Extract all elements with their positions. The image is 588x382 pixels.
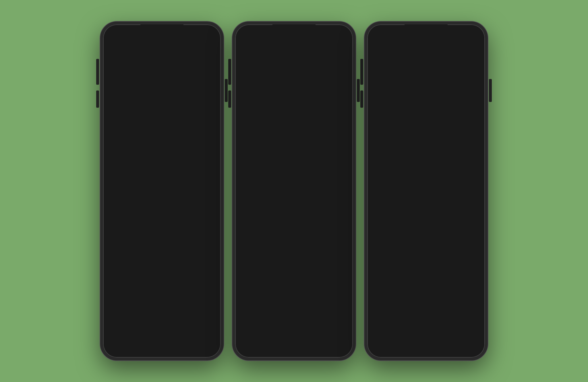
power-button bbox=[225, 79, 228, 102]
status-time-1: 9:41 bbox=[111, 31, 120, 36]
restore-stock-toggle[interactable] bbox=[326, 90, 341, 99]
app-subtitle-1: by Odyssey Team bbox=[142, 104, 183, 110]
settings-row-set-nonce[interactable]: Set Nonce bbox=[242, 103, 346, 117]
status-bar-3: 9:41 ▲ bbox=[367, 24, 485, 39]
jailbreak-button-1[interactable]: Jailbreak bbox=[126, 176, 198, 194]
page-dot-6 bbox=[244, 338, 247, 340]
phone1-main-content: Cheyote by Odyssey Team Jailbreak bbox=[103, 39, 221, 358]
custom-color-2-label: Custom Color 2 bbox=[247, 249, 281, 255]
checkmark-icon: ✓ bbox=[336, 171, 341, 177]
custom-color-2-row[interactable]: Custom Color 2 bbox=[242, 244, 346, 260]
enable-tweaks-label: Enable Tweaks bbox=[247, 74, 280, 80]
signal-icon-2 bbox=[326, 32, 331, 35]
page-dots-2 bbox=[235, 338, 247, 340]
changelog-line-1: - Remove British Designer bbox=[391, 217, 461, 223]
custom-colors-card: Custom Color 1 Custom Color 2 bbox=[242, 228, 346, 260]
version-label-1: 1.0 bbox=[103, 324, 109, 329]
phone-screen-3: 9:41 ▲ Cheyote by Odyssey Team bbox=[367, 24, 485, 358]
version-label-2: 1.0 bbox=[235, 324, 241, 329]
app-subtitle-3: by Odyssey Team bbox=[406, 104, 447, 110]
page-dot-1 bbox=[103, 338, 105, 340]
volume-up-button-2 bbox=[228, 67, 231, 85]
chevron-right-icon: › bbox=[339, 138, 341, 144]
phone-2: 9:41 ▲ Settings Enable Tweaks bbox=[232, 22, 356, 360]
theme-row-default[interactable]: Default ✓ bbox=[242, 167, 346, 181]
custom-color-1-row[interactable]: Custom Color 1 bbox=[242, 228, 346, 244]
home-indicator-3 bbox=[407, 353, 445, 355]
page-dot-8 bbox=[372, 338, 374, 340]
battery-icon-2 bbox=[338, 32, 345, 35]
signal-icon-3 bbox=[458, 32, 463, 35]
custom-colors-title: Custom Colors bbox=[242, 215, 346, 224]
custom-color-1-label: Custom Color 1 bbox=[247, 233, 281, 239]
volume-down-button-3 bbox=[360, 90, 363, 108]
page-dots-1 bbox=[103, 338, 115, 340]
wifi-icon-1: ▲ bbox=[201, 32, 204, 36]
custom-color-2-circle[interactable] bbox=[333, 248, 341, 256]
power-button-3 bbox=[489, 79, 492, 102]
status-icons-2: ▲ bbox=[326, 32, 345, 36]
page-dot-7 bbox=[367, 338, 370, 340]
status-icons-1: ▲ bbox=[194, 32, 213, 36]
settings-row-restore-stock[interactable]: Restore to Stock bbox=[242, 86, 346, 103]
status-icons-3: ▲ bbox=[458, 32, 477, 36]
changelog-label: Changelog bbox=[414, 206, 434, 211]
home-indicator-1 bbox=[143, 353, 181, 355]
battery-icon-3 bbox=[470, 32, 477, 35]
phone-screen-1: 9:41 ▲ Cheyote by Odyssey Team bbox=[103, 24, 221, 358]
page-dot-2 bbox=[108, 338, 110, 340]
wifi-icon-3: ▲ bbox=[465, 32, 468, 36]
progress-bar-3 bbox=[397, 117, 455, 118]
set-nonce-label: Set Nonce bbox=[247, 107, 270, 113]
app-title-1: Cheyote bbox=[122, 79, 202, 103]
phone3-main-content: Cheyote by Odyssey Team Jailbreak Update… bbox=[367, 39, 485, 358]
home-indicator-2 bbox=[275, 353, 313, 355]
page-dot-5 bbox=[240, 338, 242, 340]
theme-blackcurrant-label: Blackcurrant bbox=[247, 185, 274, 191]
settings-card: Enable Tweaks Restore to Stock Set Nonce… bbox=[242, 69, 346, 148]
log-window-label: Log Window bbox=[247, 122, 274, 128]
progress-bar-1 bbox=[133, 117, 191, 118]
volume-down-button bbox=[96, 90, 99, 108]
battery-icon-1 bbox=[206, 32, 213, 35]
progress-fill-3 bbox=[397, 117, 435, 118]
settings-title: Settings bbox=[242, 55, 346, 64]
update-button-3[interactable]: Update bbox=[386, 180, 466, 198]
phone-screen-2: 9:41 ▲ Settings Enable Tweaks bbox=[235, 24, 353, 358]
changelog-line-3: - Add Yank Social Media Organiser bbox=[391, 229, 461, 235]
themes-title: Themes bbox=[242, 154, 346, 163]
page-dots-3 bbox=[367, 338, 379, 340]
chevron-down-icon: ⌄ bbox=[435, 206, 438, 211]
jailbreak-button-3[interactable]: Jailbreak bbox=[390, 159, 462, 176]
status-bar-1: 9:41 ▲ bbox=[103, 24, 221, 39]
enable-tweaks-toggle[interactable] bbox=[326, 73, 341, 82]
power-button-2 bbox=[357, 79, 360, 102]
phone2-main-content: Settings Enable Tweaks Restore to Stock … bbox=[235, 39, 353, 358]
settings-row-enable-tweaks[interactable]: Enable Tweaks bbox=[242, 69, 346, 86]
signal-icon-1 bbox=[194, 32, 199, 35]
page-dot-3 bbox=[112, 338, 115, 340]
changelog-toggle[interactable]: Changelog ⌄ bbox=[414, 206, 438, 211]
app-title-3: Cheyote bbox=[386, 79, 466, 103]
version-label-3: 1.0 bbox=[367, 324, 374, 329]
volume-down-button-2 bbox=[228, 90, 231, 108]
custom-color-1-circle[interactable] bbox=[333, 232, 341, 240]
phone-3: 9:41 ▲ Cheyote by Odyssey Team bbox=[364, 22, 488, 360]
status-time-2: 9:41 bbox=[243, 31, 252, 36]
changelog-content: - Remove British Designer - Add other, s… bbox=[386, 213, 466, 239]
theme-row-blackcurrant[interactable]: Blackcurrant bbox=[242, 181, 346, 195]
settings-row-go-to-recovery[interactable]: Go To Recovery › bbox=[242, 134, 346, 148]
page-dot-4 bbox=[235, 338, 237, 340]
status-time-3: 9:41 bbox=[375, 31, 384, 36]
page-dot-9 bbox=[376, 338, 379, 340]
volume-up-button bbox=[96, 67, 99, 85]
phone-1: 9:41 ▲ Cheyote by Odyssey Team bbox=[100, 22, 224, 360]
theme-gala-label: Gala bbox=[247, 199, 258, 205]
volume-up-button-3 bbox=[360, 67, 363, 85]
settings-row-log-window[interactable]: Log Window bbox=[242, 117, 346, 134]
changelog-line-2: - Add other, still British, Designer bbox=[391, 223, 461, 229]
wifi-icon-2: ▲ bbox=[333, 32, 336, 36]
theme-row-gala[interactable]: Gala bbox=[242, 195, 346, 209]
log-window-toggle[interactable] bbox=[326, 121, 341, 130]
progress-fill-1 bbox=[133, 117, 171, 118]
